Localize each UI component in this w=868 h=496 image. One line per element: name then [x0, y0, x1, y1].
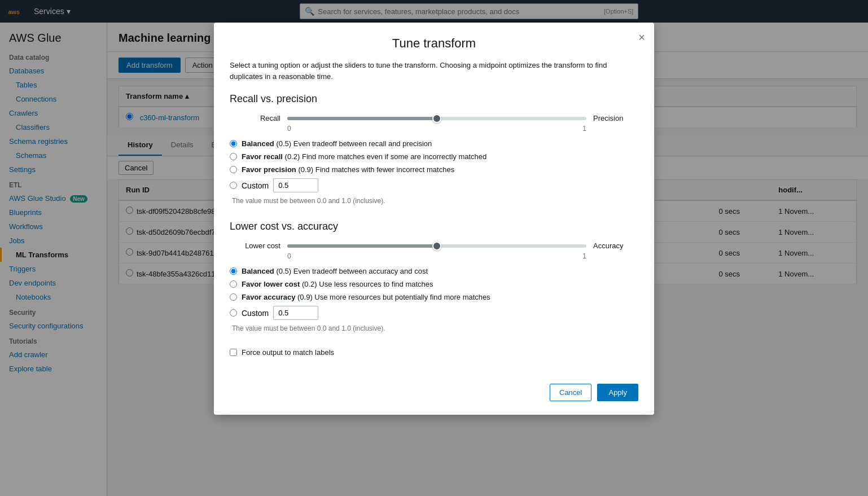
- lca-favor-accuracy-radio[interactable]: [230, 293, 237, 301]
- lower-cost-label: Lower cost: [230, 242, 280, 250]
- recall-precision-slider-row: Recall Precision: [230, 114, 638, 122]
- lca-balanced-option: Balanced (0.5) Even tradeoff between acc…: [230, 267, 638, 275]
- lca-validation-text: The value must be between 0.0 and 1.0 (i…: [232, 324, 638, 332]
- force-output-label: Force output to match labels: [242, 348, 334, 357]
- recall-min: 0: [287, 125, 291, 133]
- force-output-row: Force output to match labels: [230, 348, 638, 357]
- recall-precision-title: Recall vs. precision: [230, 93, 638, 105]
- lca-balanced-radio[interactable]: [230, 267, 237, 275]
- lca-favor-accuracy-option: Favor accuracy (0.9) Use more resources …: [230, 293, 638, 301]
- accuracy-label: Accuracy: [593, 242, 638, 250]
- lca-min: 0: [287, 252, 291, 260]
- lower-cost-accuracy-title: Lower cost vs. accuracy: [230, 221, 638, 232]
- rp-balanced-option: Balanced (0.5) Even tradeoff between rec…: [230, 139, 638, 148]
- recall-max: 1: [582, 125, 586, 133]
- force-output-checkbox[interactable]: [230, 349, 237, 356]
- lca-custom-input[interactable]: [273, 306, 318, 320]
- recall-precision-options: Balanced (0.5) Even tradeoff between rec…: [230, 139, 638, 192]
- modal-body: Select a tuning option or adjust the sli…: [214, 51, 654, 384]
- lca-max: 1: [582, 252, 586, 260]
- lca-favor-lower-radio[interactable]: [230, 280, 237, 288]
- rp-favor-recall-option: Favor recall (0.2) Find more matches eve…: [230, 152, 638, 161]
- modal-cancel-button[interactable]: Cancel: [550, 384, 591, 401]
- recall-label: Recall: [230, 114, 280, 122]
- rp-favor-precision-option: Favor precision (0.9) Find matches with …: [230, 165, 638, 174]
- lower-cost-accuracy-slider[interactable]: [287, 244, 586, 248]
- lca-custom-row: Custom: [230, 306, 638, 320]
- modal-header: Tune transform ×: [214, 23, 654, 51]
- rp-favor-precision-radio[interactable]: [230, 166, 237, 173]
- modal-description: Select a tuning option or adjust the sli…: [230, 60, 638, 82]
- modal-apply-button[interactable]: Apply: [597, 384, 638, 401]
- rp-custom-row: Custom: [230, 178, 638, 192]
- lower-cost-accuracy-section: Lower cost vs. accuracy Lower cost Accur…: [230, 221, 638, 332]
- modal-backdrop: Tune transform × Select a tuning option …: [0, 0, 868, 496]
- lower-cost-accuracy-slider-row: Lower cost Accuracy: [230, 242, 638, 250]
- rp-balanced-radio[interactable]: [230, 140, 237, 147]
- lca-custom-radio[interactable]: [230, 309, 237, 317]
- recall-precision-section: Recall vs. precision Recall Precision 0 …: [230, 93, 638, 205]
- rp-custom-input[interactable]: [273, 178, 318, 192]
- recall-precision-slider[interactable]: [287, 117, 586, 120]
- rp-favor-recall-radio[interactable]: [230, 153, 237, 160]
- modal-title: Tune transform: [392, 36, 476, 51]
- precision-label: Precision: [593, 114, 638, 122]
- rp-custom-radio[interactable]: [230, 182, 237, 189]
- modal-footer: Cancel Apply: [214, 384, 654, 415]
- rp-validation-text: The value must be between 0.0 and 1.0 (i…: [232, 197, 638, 205]
- modal-close-button[interactable]: ×: [638, 32, 645, 43]
- tune-transform-modal: Tune transform × Select a tuning option …: [214, 23, 654, 415]
- lower-cost-accuracy-options: Balanced (0.5) Even tradeoff between acc…: [230, 267, 638, 320]
- lca-favor-lower-option: Favor lower cost (0.2) Use less resource…: [230, 280, 638, 288]
